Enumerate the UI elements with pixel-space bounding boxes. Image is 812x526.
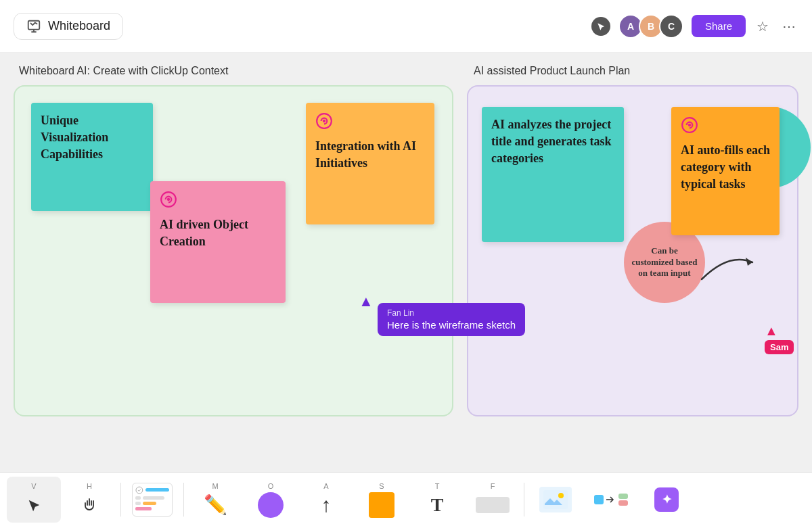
toolbar-divider-2 (183, 483, 184, 517)
tool-flow[interactable] (584, 477, 638, 523)
svg-rect-9 (543, 490, 568, 509)
arrow-icon-area: ↑ (321, 490, 332, 520)
header-actions: A B C Share ☆ ⋯ (591, 14, 798, 39)
tool-s-label: S (379, 482, 384, 490)
svg-point-8 (136, 487, 143, 494)
tool-arrow[interactable]: A ↑ (299, 477, 353, 523)
circle-shape-icon (258, 492, 284, 518)
app-title: Whiteboard (48, 19, 110, 33)
sticky-text-3: Integration with AI Initiatives (315, 138, 425, 172)
avatar-3: C (659, 14, 683, 39)
tool-circle[interactable]: O (244, 477, 298, 523)
flow-arrow-icon (606, 495, 616, 504)
sticky-note-3[interactable]: Integration with AI Initiatives (306, 103, 434, 224)
tool-v-label: V (31, 482, 36, 490)
sticky-shape-icon (369, 492, 394, 518)
whiteboard-icon (26, 19, 41, 34)
text-icon-area: T (431, 490, 444, 520)
sticky-note-5[interactable]: AI auto-fills each category with typical… (671, 107, 780, 235)
cursor-fan-lin: ▲ (359, 293, 374, 310)
media-preview-icon (539, 487, 572, 512)
arrow-connector (695, 239, 763, 293)
tool-o-label: O (268, 482, 274, 490)
tool-m-label: M (212, 482, 218, 490)
more-icon-area: ✦ (654, 485, 679, 515)
sticky-text-1: Unique Visualization Capabilities (41, 112, 143, 164)
image-icon (543, 490, 568, 509)
header: Whiteboard A B C Share ☆ ⋯ (0, 0, 812, 53)
tool-more[interactable]: ✦ (639, 477, 694, 523)
sam-label: Sam (765, 340, 794, 354)
svg-marker-5 (746, 258, 752, 266)
text-T-icon: T (431, 494, 444, 516)
svg-point-2 (167, 198, 170, 201)
circle-icon-area (258, 490, 284, 520)
fan-lin-tooltip: Fan Lin Here is the wireframe sketch (378, 303, 525, 336)
right-whiteboard-panel: AI analyzes the project title and genera… (467, 85, 798, 416)
collaborators: A B C (618, 14, 683, 39)
sticky-text-4: AI analyzes the project title and genera… (491, 116, 614, 168)
ai-icon-3 (315, 112, 425, 134)
hand-icon-area (81, 490, 97, 520)
sticky-note-2[interactable]: AI driven Object Creation (150, 181, 286, 303)
sticky-text-2: AI driven Object Creation (160, 216, 276, 250)
media-icon-area (539, 485, 572, 515)
tooltip-username: Fan Lin (387, 308, 516, 318)
app-title-area[interactable]: Whiteboard (14, 13, 123, 40)
toolbar-divider-1 (120, 483, 121, 517)
sticky-text-5: AI auto-fills each category with typical… (681, 142, 770, 193)
right-section-label: AI assisted Product Launch Plan (474, 65, 630, 77)
sticky-icon-area (369, 490, 394, 520)
tool-f-label: F (491, 482, 495, 490)
toolbar: V H (0, 472, 812, 526)
svg-point-4 (323, 120, 325, 122)
tool-a-label: A (323, 482, 328, 490)
tool-connector[interactable]: F (466, 477, 520, 523)
tool-hand[interactable]: H (62, 477, 116, 523)
share-button[interactable]: Share (692, 15, 746, 37)
task-icon-area (132, 485, 173, 515)
callout-text: Can be customized based on team input (631, 245, 698, 280)
tool-task[interactable] (125, 477, 179, 523)
svg-point-7 (688, 124, 691, 126)
pen-icon-area: ✏️ (204, 490, 227, 520)
tool-sticky[interactable]: S (355, 477, 409, 523)
tool-t-label: T (435, 482, 440, 490)
connector-icon-area (476, 490, 510, 520)
tool-pen[interactable]: M ✏️ (188, 477, 242, 523)
tool-h-label: H (87, 482, 92, 490)
cursor-count (591, 17, 610, 36)
svg-point-10 (558, 493, 564, 498)
tool-text[interactable]: T T (410, 477, 464, 523)
more-options-button[interactable]: ⋯ (780, 16, 798, 37)
task-card-preview (132, 483, 173, 517)
ai-icon-2 (160, 191, 276, 212)
flow-shape-icon (594, 494, 628, 506)
task-check-icon (135, 486, 143, 494)
left-whiteboard-panel: Unique Visualization Capabilities AI dri… (14, 85, 453, 416)
connector-shape-icon (476, 497, 510, 513)
sticky-note-1[interactable]: Unique Visualization Capabilities (31, 103, 153, 211)
flow-icon-area (594, 485, 628, 515)
select-icon (26, 498, 41, 512)
svg-rect-0 (28, 20, 40, 29)
left-section-label: Whiteboard AI: Create with ClickUp Conte… (19, 65, 228, 77)
canvas-area[interactable]: Whiteboard AI: Create with ClickUp Conte… (0, 53, 812, 472)
toolbar-divider-3 (524, 483, 524, 517)
cursor-sam: ▲ Sam (765, 323, 794, 354)
tool-select[interactable]: V (7, 477, 61, 523)
tool-media[interactable] (528, 477, 583, 523)
select-icon-area (26, 490, 41, 520)
sticky-note-4[interactable]: AI analyzes the project title and genera… (482, 107, 624, 242)
tooltip-message: Here is the wireframe sketch (387, 319, 516, 331)
hand-icon (81, 497, 97, 513)
ai-icon-5 (681, 116, 770, 138)
pen-icon: ✏️ (204, 494, 227, 516)
arrow-up-icon: ↑ (321, 494, 332, 517)
favorite-button[interactable]: ☆ (754, 16, 771, 37)
purple-action-icon: ✦ (654, 487, 679, 512)
sam-cursor-arrow: ▲ (765, 323, 778, 339)
